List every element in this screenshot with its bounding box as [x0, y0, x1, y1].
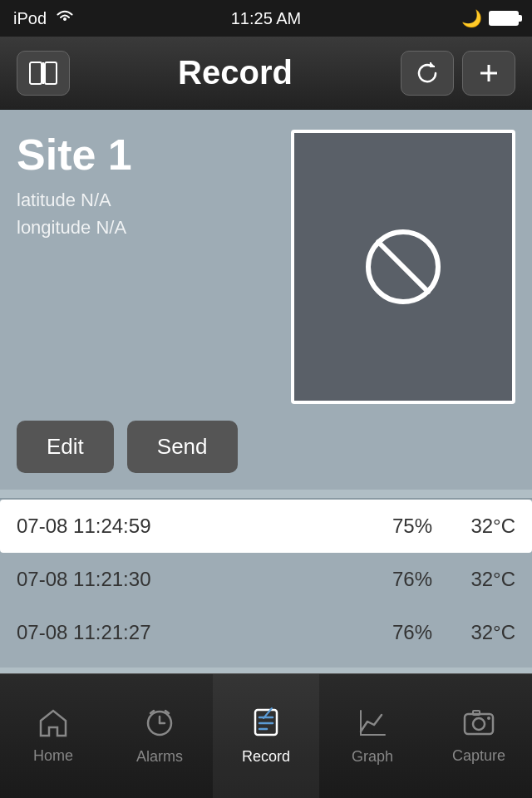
no-image-icon: [362, 225, 445, 308]
graph-icon: [357, 707, 388, 743]
table-row[interactable]: 07-08 11:21:27 76% 32°C: [0, 606, 532, 659]
tab-record[interactable]: Record: [213, 674, 319, 798]
edit-button[interactable]: Edit: [17, 421, 114, 473]
battery-icon: [489, 11, 519, 26]
moon-icon: 🌙: [461, 8, 482, 28]
tab-alarms-label: Alarms: [136, 748, 183, 766]
svg-line-6: [378, 242, 428, 292]
page-title: Record: [178, 54, 293, 91]
tab-bar: Home Alarms Record: [0, 673, 532, 798]
book-button[interactable]: [17, 51, 70, 96]
tab-capture-label: Capture: [452, 747, 505, 765]
home-icon: [37, 707, 69, 742]
svg-rect-0: [30, 62, 42, 84]
tab-graph[interactable]: Graph: [319, 674, 426, 798]
send-button[interactable]: Send: [127, 421, 238, 473]
tab-home[interactable]: Home: [0, 674, 106, 798]
records-section: 07-08 11:24:59 75% 32°C 07-08 11:21:30 7…: [0, 500, 532, 667]
record-icon: [250, 707, 282, 743]
device-label: iPod: [13, 9, 47, 28]
record-humidity-3: 76%: [349, 621, 432, 644]
record-timestamp-2: 07-08 11:21:30: [17, 568, 349, 591]
tab-graph-label: Graph: [352, 748, 393, 766]
site-info: Site 1 latitude N/A longitude N/A: [17, 130, 278, 241]
svg-rect-1: [45, 62, 57, 84]
svg-rect-21: [473, 711, 480, 715]
status-bar: iPod 11:25 AM 🌙: [0, 0, 532, 37]
record-temp-2: 32°C: [432, 568, 515, 591]
record-temp-3: 32°C: [432, 621, 515, 644]
site-longitude: longitude N/A: [17, 214, 278, 241]
record-timestamp-3: 07-08 11:21:27: [17, 621, 349, 644]
wifi-icon: [55, 9, 75, 28]
tab-record-label: Record: [242, 748, 290, 766]
table-row[interactable]: 07-08 11:21:30 76% 32°C: [0, 553, 532, 606]
site-image-placeholder: [291, 130, 515, 404]
svg-point-22: [487, 717, 490, 720]
tab-home-label: Home: [33, 747, 73, 765]
record-temp-1: 32°C: [432, 515, 515, 538]
table-row[interactable]: 07-08 11:24:59 75% 32°C: [0, 500, 532, 553]
reset-button[interactable]: [401, 51, 454, 96]
main-content: Site 1 latitude N/A longitude N/A Edit S…: [0, 110, 532, 490]
tab-capture[interactable]: Capture: [426, 674, 532, 798]
status-time: 11:25 AM: [231, 9, 302, 27]
site-section: Site 1 latitude N/A longitude N/A: [17, 130, 515, 404]
tab-alarms[interactable]: Alarms: [106, 674, 213, 798]
alarms-icon: [144, 707, 175, 743]
record-timestamp-1: 07-08 11:24:59: [17, 515, 349, 538]
site-latitude: latitude N/A: [17, 186, 278, 214]
record-humidity-1: 75%: [349, 515, 432, 538]
action-buttons: Edit Send: [17, 421, 515, 473]
svg-point-20: [473, 718, 485, 730]
capture-icon: [462, 707, 495, 742]
record-humidity-2: 76%: [349, 568, 432, 591]
nav-bar: Record: [0, 37, 532, 110]
site-name: Site 1: [17, 130, 278, 180]
add-button[interactable]: [462, 51, 515, 96]
